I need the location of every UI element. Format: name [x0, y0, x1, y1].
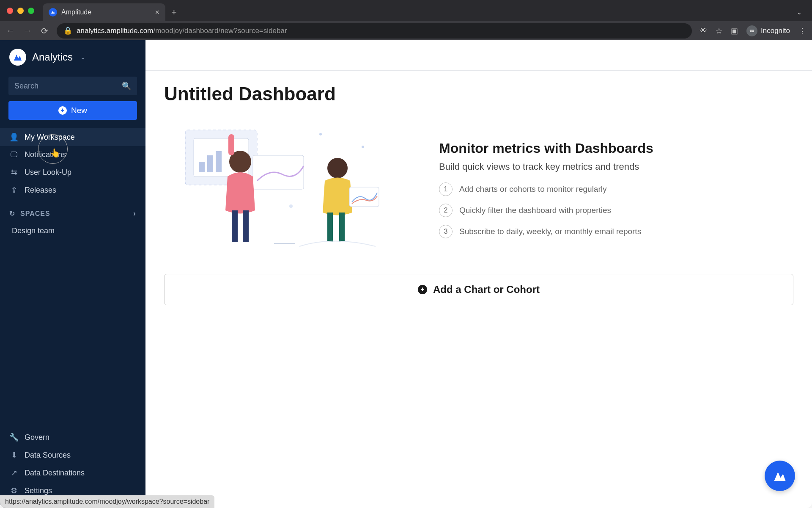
step-number: 1	[439, 182, 453, 196]
plus-circle-icon: +	[58, 106, 67, 115]
sidebar-item-data-destinations[interactable]: ↗ Data Destinations	[0, 464, 145, 482]
window-controls	[7, 8, 34, 14]
svg-rect-6	[207, 155, 213, 172]
reload-button[interactable]: ⟳	[40, 26, 49, 36]
sidebar-item-label: Govern	[25, 433, 49, 442]
chevron-right-icon: ›	[133, 209, 136, 218]
status-bar: https://analytics.amplitude.com/moodjoy/…	[0, 495, 214, 508]
maximize-window-button[interactable]	[28, 8, 34, 14]
sidebar-item-label: Data Sources	[25, 451, 71, 460]
new-button-label: New	[71, 106, 87, 115]
close-window-button[interactable]	[7, 8, 13, 14]
eye-off-icon[interactable]: 👁	[700, 26, 707, 35]
topbar	[145, 40, 812, 71]
svg-point-1	[752, 30, 754, 32]
svg-point-19	[362, 146, 364, 148]
spaces-header[interactable]: ↻ SPACES ›	[0, 201, 145, 222]
step-item: 1 Add charts or cohorts to monitor regul…	[439, 182, 793, 196]
svg-rect-2	[750, 30, 754, 30]
app-root: Analytics ⌄ 🔍 + New 👤 My Workspace 🖵 Not…	[0, 40, 812, 508]
external-link-icon: ↗	[9, 468, 19, 478]
sidebar-item-user-lookup[interactable]: ⇆ User Look-Up	[0, 163, 145, 181]
tab-favicon	[49, 8, 57, 17]
new-button[interactable]: + New	[8, 101, 137, 120]
wrench-icon: 🔧	[9, 433, 19, 442]
plus-circle-icon: +	[418, 285, 427, 294]
hero-subtitle: Build quick views to track key metrics a…	[439, 161, 793, 172]
svg-rect-16	[339, 213, 345, 242]
help-fab[interactable]	[765, 461, 795, 491]
hero-section: Monitor metrics with Dashboards Build qu…	[164, 117, 793, 274]
sidebar-item-label: Notifications	[25, 150, 66, 159]
step-text: Subscribe to daily, weekly, or monthly e…	[459, 227, 641, 236]
incognito-icon	[746, 25, 757, 36]
sidebar-item-govern[interactable]: 🔧 Govern	[0, 428, 145, 446]
kebab-menu-icon[interactable]: ⋮	[798, 26, 806, 36]
titlebar: Amplitude × + ⌄	[0, 0, 812, 21]
lock-icon: 🔒	[63, 26, 72, 35]
new-tab-button[interactable]: +	[171, 7, 177, 18]
sidebar-item-my-workspace[interactable]: 👤 My Workspace	[0, 128, 145, 146]
tab-title: Amplitude	[61, 8, 91, 16]
incognito-indicator[interactable]: Incognito	[746, 25, 790, 36]
svg-point-17	[319, 133, 322, 135]
step-text: Add charts or cohorts to monitor regular…	[459, 185, 607, 194]
url-domain: analytics.amplitude.com	[77, 27, 153, 35]
star-icon[interactable]: ☆	[716, 26, 722, 36]
svg-point-18	[289, 204, 293, 208]
spaces-header-label: SPACES	[20, 210, 50, 218]
space-item-design-team[interactable]: Design team	[0, 222, 145, 240]
nav-list: 👤 My Workspace 🖵 Notifications ⇆ User Lo…	[0, 127, 145, 201]
bell-icon: 🖵	[9, 150, 19, 159]
svg-rect-5	[199, 162, 205, 172]
hero-illustration	[164, 121, 418, 257]
steps-list: 1 Add charts or cohorts to monitor regul…	[439, 182, 793, 238]
tabs-overflow-icon[interactable]: ⌄	[797, 9, 805, 16]
refresh-icon: ↻	[9, 210, 15, 218]
hero-title: Monitor metrics with Dashboards	[439, 141, 793, 156]
status-url: https://analytics.amplitude.com/moodjoy/…	[5, 498, 209, 505]
search-icon[interactable]: 🔍	[122, 81, 131, 91]
address-bar[interactable]: 🔒 analytics.amplitude.com/moodjoy/dashbo…	[57, 23, 692, 39]
sidebar-item-notifications[interactable]: 🖵 Notifications	[0, 146, 145, 163]
step-item: 3 Subscribe to daily, weekly, or monthly…	[439, 225, 793, 238]
svg-point-0	[750, 30, 752, 32]
browser-tab[interactable]: Amplitude ×	[43, 3, 165, 21]
page-title[interactable]: Untitled Dashboard	[164, 83, 793, 105]
sidebar-item-releases[interactable]: ⇪ Releases	[0, 181, 145, 199]
toolbar-right: 👁 ☆ ▣ Incognito ⋮	[700, 25, 806, 36]
swap-icon: ⇆	[9, 168, 19, 177]
brand-switcher[interactable]: Analytics ⌄	[0, 40, 145, 74]
incognito-label: Incognito	[761, 27, 790, 35]
hero-text: Monitor metrics with Dashboards Build qu…	[439, 141, 793, 238]
sidebar-item-label: Releases	[25, 186, 56, 195]
svg-point-13	[327, 158, 348, 178]
svg-rect-15	[327, 213, 333, 242]
step-item: 2 Quickly filter the dashboard with prop…	[439, 204, 793, 217]
step-text: Quickly filter the dashboard with proper…	[459, 206, 611, 215]
step-number: 3	[439, 225, 453, 238]
brand-name: Analytics	[32, 51, 73, 63]
gear-icon: ⚙	[9, 486, 19, 495]
space-item-label: Design team	[12, 226, 55, 235]
add-chart-label: Add a Chart or Cohort	[433, 284, 540, 295]
add-chart-button[interactable]: + Add a Chart or Cohort	[164, 274, 793, 305]
search-box[interactable]: 🔍	[8, 77, 137, 95]
sidebar: Analytics ⌄ 🔍 + New 👤 My Workspace 🖵 Not…	[0, 40, 145, 508]
minimize-window-button[interactable]	[17, 8, 24, 14]
main-content: Untitled Dashboard	[145, 40, 812, 508]
search-input[interactable]	[14, 82, 122, 91]
step-number: 2	[439, 204, 453, 217]
user-icon: 👤	[9, 133, 19, 142]
sidebar-item-data-sources[interactable]: ⬇ Data Sources	[0, 446, 145, 464]
panel-icon[interactable]: ▣	[731, 26, 738, 36]
rocket-icon: ⇪	[9, 185, 19, 195]
svg-rect-11	[232, 210, 238, 242]
forward-button[interactable]: →	[23, 26, 32, 36]
tab-close-icon[interactable]: ×	[155, 8, 159, 17]
chevron-down-icon: ⌄	[80, 54, 85, 61]
download-icon: ⬇	[9, 450, 19, 460]
back-button[interactable]: ←	[6, 26, 15, 36]
browser-chrome: Amplitude × + ⌄ ← → ⟳ 🔒 analytics.amplit…	[0, 0, 812, 40]
sidebar-item-label: Settings	[25, 486, 52, 495]
